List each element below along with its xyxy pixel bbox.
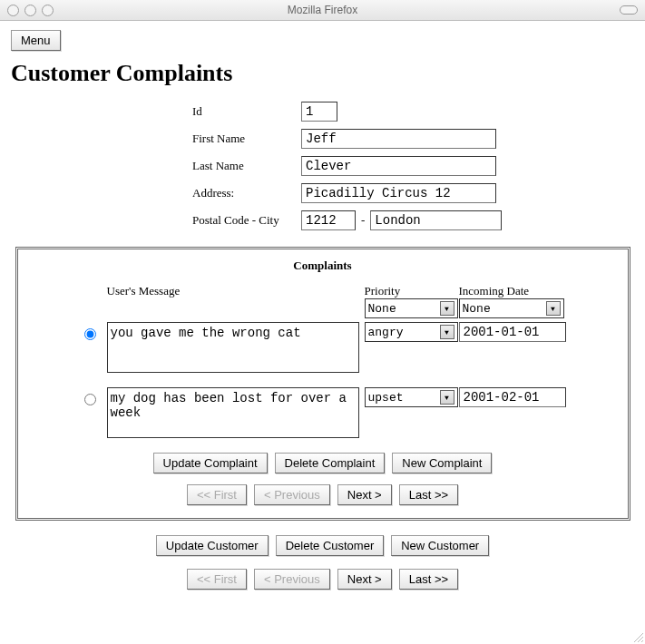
complaint-message-field[interactable] [107, 387, 359, 438]
complaints-next-button[interactable]: Next > [337, 484, 392, 505]
update-complaint-button[interactable]: Update Complaint [153, 453, 268, 473]
label-last-name: Last Name [192, 159, 292, 173]
window-title: Mozilla Firefox [288, 4, 357, 16]
label-address: Address: [192, 186, 292, 200]
complaints-first-button[interactable]: << First [187, 484, 247, 505]
complaint-priority-value: upset [368, 391, 404, 405]
customer-prev-button[interactable]: < Previous [254, 569, 330, 590]
delete-complaint-button[interactable]: Delete Complaint [275, 453, 386, 473]
complaint-message-field[interactable] [107, 322, 359, 373]
complaints-frame: Complaints User's Message Priority None … [15, 247, 630, 521]
new-customer-button[interactable]: New Customer [391, 535, 489, 556]
close-icon[interactable] [7, 5, 19, 16]
minimize-icon[interactable] [24, 5, 36, 16]
chevron-down-icon: ▼ [440, 390, 454, 405]
zoom-icon[interactable] [42, 5, 54, 16]
page-title: Customer Complaints [11, 60, 634, 87]
complaints-prev-button[interactable]: < Previous [254, 484, 330, 505]
chevron-down-icon: ▼ [546, 301, 561, 316]
id-field[interactable] [301, 102, 337, 122]
city-field[interactable] [370, 210, 502, 230]
complaint-priority-value: angry [368, 326, 404, 339]
complaint-row: angry ▼ [80, 322, 613, 373]
new-complaint-button[interactable]: New Complaint [392, 453, 492, 473]
complaints-last-button[interactable]: Last >> [399, 484, 458, 505]
address-field[interactable] [301, 183, 496, 203]
customer-first-button[interactable]: << First [187, 569, 247, 590]
resize-grip-icon[interactable] [632, 631, 643, 642]
complaint-select-radio[interactable] [84, 328, 96, 340]
complaint-date-field[interactable] [459, 322, 566, 342]
postal-code-field[interactable] [301, 210, 356, 230]
complaint-priority-select[interactable]: angry ▼ [365, 322, 458, 342]
customer-last-button[interactable]: Last >> [399, 569, 458, 590]
label-postal-city: Postal Code - City [192, 213, 292, 228]
complaint-row: upset ▼ [80, 387, 613, 438]
col-message: User's Message [107, 284, 361, 318]
menu-button[interactable]: Menu [11, 30, 61, 51]
customer-next-button[interactable]: Next > [337, 569, 392, 590]
date-filter-select[interactable]: None ▼ [459, 298, 564, 318]
label-id: Id [192, 104, 292, 119]
titlebar-pill-icon[interactable] [620, 5, 638, 15]
first-name-field[interactable] [301, 129, 496, 149]
last-name-field[interactable] [301, 156, 496, 176]
complaint-date-field[interactable] [459, 387, 566, 407]
chevron-down-icon: ▼ [440, 301, 454, 316]
priority-filter-select[interactable]: None ▼ [365, 298, 458, 318]
svg-line-2 [641, 640, 643, 642]
label-first-name: First Name [192, 132, 292, 146]
col-incoming: Incoming Date [459, 284, 563, 298]
complaint-select-radio[interactable] [84, 394, 96, 405]
titlebar: Mozilla Firefox [0, 0, 645, 21]
complaints-heading: Complaints [33, 259, 613, 273]
date-filter-value: None [463, 302, 491, 316]
complaint-priority-select[interactable]: upset ▼ [365, 387, 458, 407]
postal-city-separator: - [361, 213, 365, 228]
update-customer-button[interactable]: Update Customer [156, 535, 269, 556]
delete-customer-button[interactable]: Delete Customer [276, 535, 385, 556]
col-priority: Priority [365, 284, 455, 298]
chevron-down-icon: ▼ [440, 325, 454, 339]
priority-filter-value: None [368, 302, 396, 316]
